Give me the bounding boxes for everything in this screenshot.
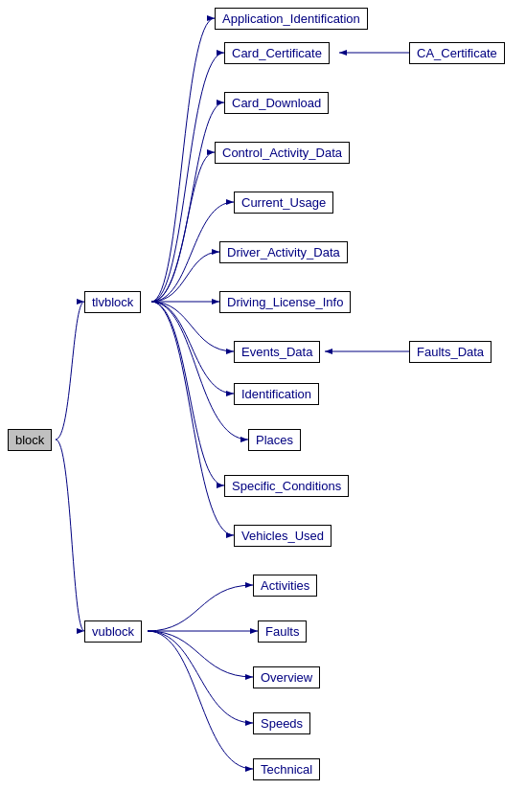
- block-node: block: [8, 429, 52, 451]
- ca-certificate-node: CA_Certificate: [409, 42, 505, 64]
- overview-node: Overview: [253, 666, 320, 688]
- vublock-node: vublock: [84, 620, 142, 643]
- events-data-node: Events_Data: [234, 341, 320, 363]
- places-node: Places: [248, 429, 301, 451]
- driving-license-info-node: Driving_License_Info: [219, 291, 351, 313]
- faults-node: Faults: [258, 620, 307, 643]
- card-download-node: Card_Download: [224, 92, 329, 114]
- activities-node: Activities: [253, 575, 317, 597]
- card-certificate-node: Card_Certificate: [224, 42, 330, 64]
- identification-node: Identification: [234, 383, 319, 405]
- specific-conditions-node: Specific_Conditions: [224, 475, 349, 497]
- vehicles-used-node: Vehicles_Used: [234, 525, 332, 547]
- speeds-node: Speeds: [253, 712, 310, 734]
- control-activity-data-node: Control_Activity_Data: [215, 142, 350, 164]
- application-identification-node: Application_Identification: [215, 8, 368, 30]
- faults-data-node: Faults_Data: [409, 341, 492, 363]
- tlvblock-node: tlvblock: [84, 291, 141, 313]
- technical-node: Technical: [253, 758, 320, 780]
- current-usage-node: Current_Usage: [234, 192, 333, 214]
- driver-activity-data-node: Driver_Activity_Data: [219, 241, 348, 263]
